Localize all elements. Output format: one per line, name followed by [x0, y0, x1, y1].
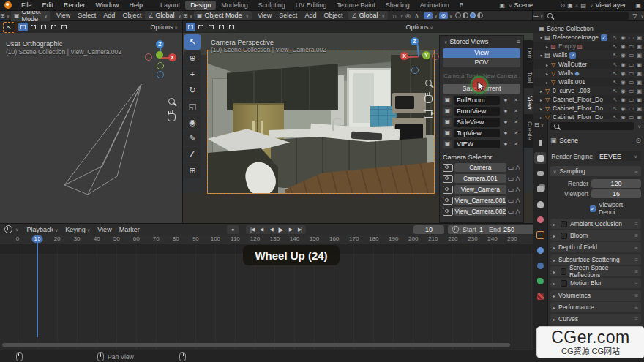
- hide-eye-icon[interactable]: ◉: [620, 88, 626, 94]
- menu-add[interactable]: Add: [100, 12, 119, 19]
- gizmo-y-axis[interactable]: Y: [422, 51, 430, 59]
- view-apply-dot[interactable]: ●: [501, 140, 510, 148]
- tab-layout[interactable]: Layout: [155, 1, 185, 10]
- select-mode-circle[interactable]: [206, 23, 216, 31]
- tab-uv-editing[interactable]: UV Editing: [291, 1, 332, 10]
- menu-keying[interactable]: Keying∨: [61, 226, 94, 233]
- viewport-disable-icon[interactable]: ▭: [628, 97, 634, 103]
- section-performance[interactable]: ▸Performance≡: [550, 302, 641, 312]
- selectable-icon[interactable]: ↖: [612, 34, 618, 41]
- view-mode-button[interactable]: View: [443, 48, 520, 58]
- menu-file[interactable]: File: [16, 1, 37, 9]
- shading-wireframe-icon[interactable]: [455, 12, 461, 18]
- shading-solid-icon[interactable]: [463, 12, 468, 18]
- next-keyframe-button[interactable]: ∙▶: [285, 225, 295, 234]
- viewport-samples-field[interactable]: 16: [591, 189, 641, 198]
- tool-annotate[interactable]: ✎: [184, 131, 201, 146]
- timeline-horizontal-scrollbar[interactable]: [2, 343, 510, 347]
- camera-name[interactable]: View_Camera.002: [454, 207, 506, 216]
- triangle-icon[interactable]: △: [515, 175, 520, 182]
- viewport-disable-icon[interactable]: ▭: [628, 79, 634, 86]
- select-mode-lasso[interactable]: [217, 23, 226, 31]
- view-layer-selector[interactable]: ▤ ∨ ViewLayer ▣: [580, 1, 641, 9]
- outliner-row[interactable]: ▦ Scene Collection: [533, 24, 644, 33]
- select-mode-tweak[interactable]: [186, 23, 195, 31]
- view-apply-dot[interactable]: ●: [501, 107, 510, 116]
- stored-view-name[interactable]: TopView: [454, 129, 500, 137]
- selectable-icon[interactable]: ↖: [612, 61, 618, 68]
- overlays-icon[interactable]: ⊙: [439, 12, 448, 19]
- timeline-editor-icon[interactable]: [4, 225, 12, 233]
- tool-select-box[interactable]: ↖: [184, 34, 201, 50]
- gizmo-y-neg[interactable]: [157, 62, 164, 69]
- view-layer-name[interactable]: ViewLayer: [595, 1, 633, 9]
- camera-row[interactable]: View_Camera ▭ △: [443, 185, 520, 194]
- left-3d-viewport[interactable]: ↖ Options∨ User Orthographic (10) Scene …: [0, 21, 183, 223]
- use-preview-range-icon[interactable]: [452, 226, 459, 233]
- timeline-ruler[interactable]: 0102030405060708090100110120130140150160…: [0, 235, 533, 245]
- menu-help[interactable]: Help: [124, 1, 149, 9]
- render-disable-icon[interactable]: ▣: [636, 34, 643, 41]
- section-curves[interactable]: ▸Curves≡: [550, 314, 641, 324]
- stored-view-row[interactable]: ▣ FrontView ● ×: [443, 107, 520, 116]
- panel-menu-icon[interactable]: ≡: [517, 38, 520, 45]
- render-disable-icon[interactable]: ▣: [636, 105, 643, 112]
- tab-texture[interactable]: [534, 290, 546, 302]
- view-delete-icon[interactable]: ×: [512, 118, 520, 127]
- menu-render[interactable]: Render: [59, 1, 91, 9]
- blender-logo-icon[interactable]: [4, 1, 12, 9]
- triangle-icon[interactable]: △: [515, 208, 520, 215]
- outliner-row[interactable]: ▾▤ ReferenceImage✓ ↖◉▭▣: [533, 33, 644, 42]
- tool-transform[interactable]: ◉: [184, 115, 201, 130]
- menu-select[interactable]: Select: [74, 12, 100, 19]
- select-mode-box[interactable]: [196, 23, 206, 31]
- stored-view-name[interactable]: FullRoom: [454, 96, 500, 105]
- viewport-disable-icon[interactable]: ▭: [628, 61, 634, 68]
- options-button[interactable]: Options∨: [406, 23, 435, 31]
- zoom-icon[interactable]: [168, 98, 175, 105]
- tab-tool[interactable]: [534, 137, 546, 148]
- triangle-icon[interactable]: △: [515, 164, 520, 171]
- stored-view-row[interactable]: ▣ VIEW ● ×: [443, 140, 520, 148]
- view-apply-dot[interactable]: ●: [501, 96, 510, 105]
- sampling-panel-header[interactable]: ∨Sampling≡: [550, 166, 641, 176]
- tab-object[interactable]: [534, 229, 546, 241]
- menu-add[interactable]: Add: [301, 12, 320, 19]
- tool-rotate[interactable]: ↻: [184, 83, 201, 98]
- tab-rendering[interactable]: Rendering: [454, 1, 463, 10]
- tab-data[interactable]: [534, 275, 546, 287]
- play-reverse-button[interactable]: ◀: [266, 225, 276, 234]
- editor-type-icon[interactable]: ⊞∨: [0, 12, 9, 19]
- collection-checkbox[interactable]: ✓: [601, 34, 607, 41]
- tab-scene[interactable]: [534, 198, 546, 210]
- tab-view-layer[interactable]: [534, 183, 546, 195]
- menu-object[interactable]: Object: [119, 12, 145, 19]
- menu-view[interactable]: View: [53, 12, 74, 19]
- outliner-search-input[interactable]: [544, 12, 629, 20]
- tab-sculpting[interactable]: Sculpting: [253, 1, 291, 10]
- camera-name[interactable]: Camera.001: [454, 174, 506, 183]
- navigation-gizmo[interactable]: Z X Y: [400, 34, 439, 77]
- render-disable-icon[interactable]: ▣: [636, 70, 643, 77]
- viewport-disable-icon[interactable]: ▭: [628, 70, 634, 77]
- section-bloom[interactable]: ▸Bloom≡: [550, 230, 641, 241]
- selectable-icon[interactable]: ↖: [612, 97, 618, 103]
- orientation-dropdown[interactable]: ∠ Global∨: [348, 11, 388, 20]
- tool-move[interactable]: +: [184, 67, 201, 82]
- jump-to-start-button[interactable]: |◀: [247, 225, 257, 234]
- shading-rendered-icon[interactable]: [477, 12, 483, 18]
- delete-scene-icon[interactable]: ×: [575, 2, 579, 9]
- current-frame-field[interactable]: 10: [413, 225, 444, 234]
- editor-type-icon[interactable]: ≔∨: [533, 12, 542, 19]
- section-checkbox[interactable]: [561, 268, 566, 275]
- monitor-icon[interactable]: ▭: [508, 208, 514, 215]
- play-button[interactable]: ▶: [276, 225, 285, 234]
- gizmo-y-axis[interactable]: [156, 51, 163, 59]
- editor-type-icon[interactable]: ⊟∨: [534, 121, 543, 128]
- tab-world[interactable]: [534, 214, 546, 225]
- npanel-tab-tool[interactable]: Tool: [524, 64, 533, 91]
- section-checkbox[interactable]: [561, 233, 567, 239]
- menu-view[interactable]: View: [254, 12, 275, 19]
- tab-shading[interactable]: Shading: [381, 1, 415, 10]
- frame-range-fields[interactable]: Start1 End250: [448, 225, 533, 234]
